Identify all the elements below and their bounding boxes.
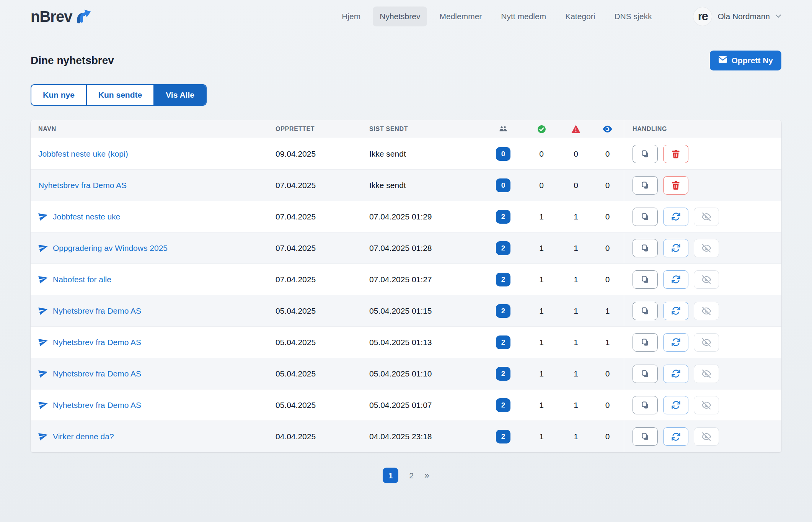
delete-button[interactable] [663,145,688,163]
nav-item-medlemmer[interactable]: Medlemmer [432,7,489,26]
sent-paper-plane-icon [38,274,48,285]
created-cell: 07.04.2025 [276,244,369,253]
resend-button[interactable] [663,427,688,446]
trash-icon [672,181,680,190]
filter-vis-alle[interactable]: Vis Alle [154,85,206,105]
recipients-cell: 2 [484,398,522,412]
resend-button[interactable] [663,270,688,289]
filter-kun-sendte[interactable]: Kun sendte [87,85,154,105]
resend-icon [671,306,681,316]
page-1-button[interactable]: 1 [383,468,398,483]
newsletter-link[interactable]: Jobbfest neste uke (kopi) [38,149,128,159]
copy-button[interactable] [633,396,658,414]
last-sent-cell: 07.04.2025 01:28 [369,244,484,253]
user-menu[interactable]: re Ola Nordmann [693,7,781,26]
opened-count: 0 [591,432,624,441]
resend-icon [671,400,681,410]
column-header-navn: NAVN [38,126,276,133]
copy-icon [641,212,650,221]
newsletter-link[interactable]: Nyhetsbrev fra Demo AS [53,306,141,316]
created-cell: 09.04.2025 [276,149,369,159]
recipients-badge: 0 [496,147,510,161]
brand-logo[interactable]: nBrev [31,8,92,25]
next-page-button[interactable]: » [424,470,429,481]
copy-button[interactable] [633,427,658,446]
delivered-count: 1 [522,212,561,221]
copy-button[interactable] [633,176,658,195]
page-2-button[interactable]: 2 [409,471,414,480]
opened-count: 1 [591,306,624,316]
hide-icon [701,244,711,253]
failed-count: 1 [561,432,591,441]
nav-item-kategori[interactable]: Kategori [558,7,602,26]
newsletter-link[interactable]: Nyhetsbrev fra Demo AS [53,369,141,378]
resend-button[interactable] [663,239,688,257]
recipients-cell: 2 [484,210,522,224]
hide-button[interactable] [694,208,719,226]
newsletter-link[interactable]: Virker denne da? [53,432,114,441]
copy-button[interactable] [633,270,658,289]
resend-icon [671,337,681,347]
created-cell: 07.04.2025 [276,275,369,284]
newsletter-link[interactable]: Oppgradering av Windows 2025 [53,244,168,253]
create-newsletter-button[interactable]: Opprett Ny [710,51,781,70]
resend-button[interactable] [663,365,688,383]
column-header-handling: HANDLING [624,120,781,138]
trash-icon [672,149,680,159]
recipients-cell: 2 [484,367,522,381]
hide-icon [701,306,711,316]
copy-button[interactable] [633,333,658,352]
hide-button[interactable] [694,396,719,414]
column-header-sist-sendt: SIST SENDT [369,126,484,133]
sent-paper-plane-icon [38,337,48,348]
nav-item-nytt-medlem[interactable]: Nytt medlem [494,7,553,26]
hide-button[interactable] [694,333,719,352]
copy-button[interactable] [633,208,658,226]
filter-kun-nye[interactable]: Kun nye [31,85,87,105]
main-nav: HjemNyhetsbrevMedlemmerNytt medlemKatego… [335,7,659,26]
nav-item-dns-sjekk[interactable]: DNS sjekk [607,7,659,26]
hide-button[interactable] [694,270,719,289]
newsletter-link[interactable]: Jobbfest neste uke [53,212,120,221]
hide-button[interactable] [694,365,719,383]
copy-icon [641,401,650,410]
delivered-count: 0 [522,181,561,190]
resend-button[interactable] [663,302,688,320]
resend-button[interactable] [663,396,688,414]
recipients-cell: 0 [484,178,522,192]
hide-button[interactable] [694,239,719,257]
paper-plane-logo-icon [76,8,92,25]
nav-item-hjem[interactable]: Hjem [335,7,367,26]
newsletter-name-cell: Virker denne da? [38,431,276,442]
newsletter-name-cell: Nyhetsbrev fra Demo AS [38,305,276,317]
recipients-cell: 2 [484,273,522,286]
copy-button[interactable] [633,365,658,383]
last-sent-cell: 04.04.2025 23:18 [369,432,484,441]
newsletter-link[interactable]: Nyhetsbrev fra Demo AS [53,401,141,410]
check-circle-icon [522,124,561,134]
sent-paper-plane-icon [38,211,48,223]
hide-icon [701,212,711,221]
delete-button[interactable] [663,176,688,195]
table-row: Virker denne da?04.04.202504.04.2025 23:… [31,421,781,452]
newsletter-name-cell: Nyhetsbrev fra Demo AS [38,368,276,380]
copy-button[interactable] [633,302,658,320]
hide-icon [701,338,711,347]
failed-count: 1 [561,275,591,284]
copy-button[interactable] [633,239,658,257]
newsletter-link[interactable]: Nyhetsbrev fra Demo AS [38,181,127,190]
resend-button[interactable] [663,208,688,226]
newsletter-link[interactable]: Nyhetsbrev fra Demo AS [53,338,141,347]
copy-button[interactable] [633,145,658,163]
page-title: Dine nyhetsbrev [31,54,114,67]
resend-button[interactable] [663,333,688,352]
last-sent-cell: 05.04.2025 01:15 [369,306,484,316]
hide-button[interactable] [694,302,719,320]
nav-item-nyhetsbrev[interactable]: Nyhetsbrev [373,7,427,26]
newsletter-link[interactable]: Nabofest for alle [53,275,111,284]
recipients-badge: 2 [496,398,510,412]
last-sent-cell: 05.04.2025 01:13 [369,338,484,347]
opened-count: 0 [591,275,624,284]
copy-icon [641,432,650,441]
hide-button[interactable] [694,427,719,446]
